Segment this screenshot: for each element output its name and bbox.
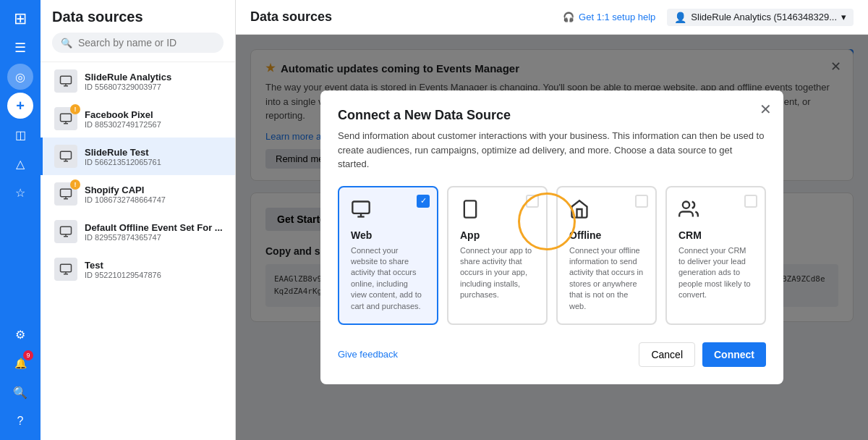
sidebar-item-name: Shopify CAPI xyxy=(85,185,224,195)
setup-help-button[interactable]: 🎧 Get 1:1 setup help xyxy=(563,12,655,22)
source-option-app[interactable]: App Connect your app to share activity t… xyxy=(447,186,548,325)
headset-icon: 🎧 xyxy=(563,12,574,22)
search-icon: 🔍 xyxy=(61,38,72,48)
source-option-name: CRM xyxy=(678,229,753,241)
content-area: Create ▾ ★ Automatic updates coming to E… xyxy=(236,35,868,440)
svg-rect-15 xyxy=(61,264,72,272)
svg-rect-12 xyxy=(61,227,72,234)
source-option-name: Web xyxy=(351,229,425,241)
sidebar-item-icon: ! xyxy=(54,107,77,130)
sidebar-item-1086732748664747[interactable]: ! Shopify CAPI ID 1086732748664747 xyxy=(41,175,235,213)
nav-help[interactable]: ? xyxy=(7,408,33,434)
sidebar-item-name: SlideRule Test xyxy=(85,147,224,158)
source-option-desc: Connect your app to share activity that … xyxy=(460,245,535,301)
account-label: SlideRule Analytics (5146348329... xyxy=(691,12,837,22)
sidebar-item-info: Facebook Pixel ID 885302749172567 xyxy=(85,109,224,129)
top-bar: Data sources 🎧 Get 1:1 setup help 👤 Slid… xyxy=(236,0,868,35)
sidebar-item-id: ID 885302749172567 xyxy=(85,120,224,129)
search-input[interactable] xyxy=(78,37,215,48)
sidebar-item-id: ID 1086732748664747 xyxy=(85,195,224,204)
sidebar-item-952210129547876[interactable]: Test ID 952210129547876 xyxy=(41,250,235,288)
left-nav: ⊞ ☰ ◎ + ◫ △ ☆ ⚙ 🔔 9 🔍 ? xyxy=(0,0,41,440)
sidebar-item-id: ID 566213512065761 xyxy=(85,158,224,166)
sidebar-item-id: ID 829557874365747 xyxy=(85,233,224,242)
source-option-icon xyxy=(678,199,753,224)
source-option-checkbox xyxy=(744,195,757,208)
source-options-grid: ✓ Web Connect your website to share acti… xyxy=(338,186,766,325)
source-option-offline[interactable]: Offline Connect your offline information… xyxy=(556,186,657,325)
source-option-web[interactable]: ✓ Web Connect your website to share acti… xyxy=(338,186,438,325)
nav-menu[interactable]: ☰ xyxy=(7,35,33,61)
nav-avatar[interactable]: ◎ xyxy=(7,64,33,90)
sidebar-title: Data sources xyxy=(52,9,224,25)
sidebar-item-556807329003977[interactable]: SlideRule Analytics ID 556807329003977 xyxy=(41,62,235,100)
source-option-desc: Connect your offline information to send… xyxy=(569,245,644,312)
sidebar-item-info: Shopify CAPI ID 1086732748664747 xyxy=(85,185,224,204)
sidebar-item-name: Test xyxy=(85,260,224,271)
search-box[interactable]: 🔍 xyxy=(52,33,224,53)
sidebar-item-icon xyxy=(54,145,77,168)
nav-settings[interactable]: ⚙ xyxy=(7,321,33,347)
svg-rect-0 xyxy=(61,76,72,84)
modal-footer: Give feedback Cancel Connect xyxy=(338,342,766,367)
sidebar-item-info: SlideRule Analytics ID 556807329003977 xyxy=(85,72,224,91)
svg-rect-21 xyxy=(464,200,476,217)
source-option-crm[interactable]: CRM Connect your CRM to deliver your lea… xyxy=(665,186,766,325)
give-feedback-link[interactable]: Give feedback xyxy=(338,349,398,360)
modal-description: Send information about customer interact… xyxy=(338,129,766,172)
sidebar-header: Data sources 🔍 xyxy=(41,0,235,62)
app-wrapper: ⊞ ☰ ◎ + ◫ △ ☆ ⚙ 🔔 9 🔍 ? Data sources 🔍 xyxy=(0,0,868,440)
nav-pages[interactable]: ◫ xyxy=(7,122,33,148)
svg-rect-3 xyxy=(61,114,72,122)
sidebar-item-829557874365747[interactable]: Default Offline Event Set For ... ID 829… xyxy=(41,213,235,250)
nav-favorites[interactable]: ☆ xyxy=(7,179,33,206)
svg-rect-9 xyxy=(61,189,72,197)
source-option-icon xyxy=(351,199,425,224)
warning-badge: ! xyxy=(70,104,80,114)
setup-help-label: Get 1:1 setup help xyxy=(579,12,655,22)
chevron-down-icon: ▾ xyxy=(841,12,846,22)
cancel-button[interactable]: Cancel xyxy=(639,342,695,367)
nav-notifications[interactable]: 🔔 9 xyxy=(7,350,33,376)
sidebar-item-566213512065761[interactable]: SlideRule Test ID 566213512065761 xyxy=(41,138,235,175)
main-area: Data sources 🎧 Get 1:1 setup help 👤 Slid… xyxy=(236,0,868,440)
sidebar-item-885302749172567[interactable]: ! Facebook Pixel ID 885302749172567 xyxy=(41,100,235,138)
source-option-icon xyxy=(460,199,535,224)
sidebar-item-icon xyxy=(54,258,77,281)
account-switcher[interactable]: 👤 SlideRule Analytics (5146348329... ▾ xyxy=(667,9,854,26)
sidebar: Data sources 🔍 SlideRule Analytics ID 55… xyxy=(41,0,236,440)
nav-add[interactable]: + xyxy=(7,93,33,119)
nav-alerts[interactable]: △ xyxy=(7,151,33,177)
connect-button[interactable]: Connect xyxy=(702,342,766,367)
source-option-checkbox: ✓ xyxy=(417,195,430,208)
source-option-desc: Connect your website to share activity t… xyxy=(351,245,425,312)
source-option-desc: Connect your CRM to deliver your lead ge… xyxy=(678,245,753,301)
source-option-icon xyxy=(569,199,644,224)
svg-point-23 xyxy=(683,201,689,208)
connect-modal: Connect a New Data Source ✕ Send informa… xyxy=(320,90,783,384)
nav-home[interactable]: ⊞ xyxy=(7,6,33,32)
svg-rect-18 xyxy=(352,201,369,213)
source-option-checkbox xyxy=(526,195,539,208)
sidebar-item-id: ID 952210129547876 xyxy=(85,271,224,279)
warning-badge: ! xyxy=(70,179,80,190)
sidebar-item-name: SlideRule Analytics xyxy=(85,72,224,82)
source-option-checkbox xyxy=(635,195,648,208)
modal-title: Connect a New Data Source xyxy=(338,108,766,123)
modal-close-button[interactable]: ✕ xyxy=(760,102,772,117)
sidebar-item-name: Facebook Pixel xyxy=(85,109,224,120)
account-icon: 👤 xyxy=(674,12,686,23)
svg-rect-6 xyxy=(61,151,72,159)
topbar-right: 🎧 Get 1:1 setup help 👤 SlideRule Analyti… xyxy=(563,9,854,26)
sidebar-item-icon xyxy=(54,220,77,243)
nav-search[interactable]: 🔍 xyxy=(7,379,33,405)
sidebar-item-info: Test ID 952210129547876 xyxy=(85,260,224,279)
sidebar-item-icon: ! xyxy=(54,182,77,206)
topbar-title: Data sources xyxy=(250,9,332,25)
modal-overlay: Connect a New Data Source ✕ Send informa… xyxy=(236,35,868,440)
sidebar-list: SlideRule Analytics ID 556807329003977 !… xyxy=(41,62,235,440)
sidebar-item-info: SlideRule Test ID 566213512065761 xyxy=(85,147,224,166)
sidebar-item-name: Default Offline Event Set For ... xyxy=(85,222,224,233)
source-option-name: App xyxy=(460,229,535,241)
sidebar-item-icon xyxy=(54,69,77,93)
